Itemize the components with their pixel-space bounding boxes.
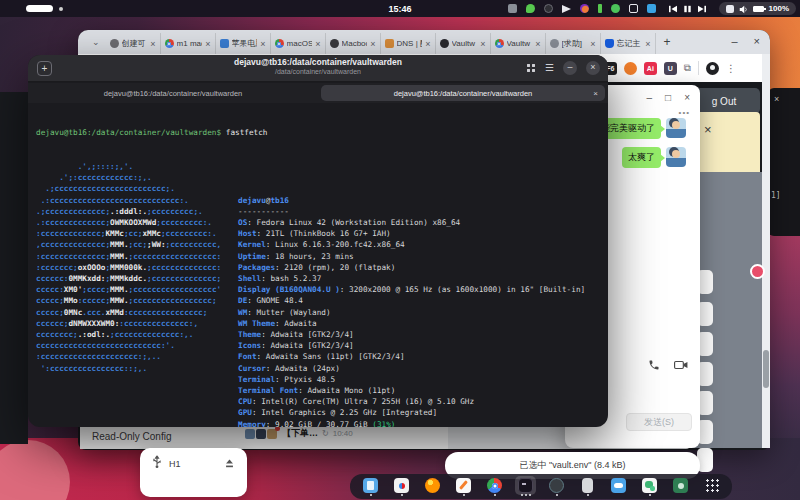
dock-item-device[interactable]	[579, 476, 596, 497]
browser-tab[interactable]: [求助]×	[546, 33, 601, 54]
minimize-button[interactable]: –	[563, 61, 577, 75]
extension-icon[interactable]: Ai	[644, 62, 657, 75]
browser-tab[interactable]: macOS×	[271, 33, 326, 54]
browser-menu-icon[interactable]: ⋮	[726, 63, 736, 74]
terminal-tab[interactable]: dejavu@tb16:/data/container/vaultwarden×	[321, 85, 605, 101]
browser-tab[interactable]: m1 mac×	[161, 33, 216, 54]
telegram-icon[interactable]	[562, 5, 571, 13]
ascii-line: cccccc:0MMKxdd:;MMMkddc.;cccccccccccccc;	[36, 273, 221, 284]
tab-close-icon[interactable]: ×	[150, 39, 155, 49]
appgrid-icon	[705, 478, 719, 492]
dock-item-darkapp[interactable]	[548, 476, 565, 497]
close-button[interactable]: ×	[586, 61, 600, 75]
fastfetch-info-line: WM Theme: Adwaita	[238, 318, 606, 329]
maximize-button[interactable]: □	[665, 92, 671, 103]
extensions-puzzle-icon[interactable]: ⧉	[684, 62, 691, 74]
video-call-icon[interactable]	[674, 357, 688, 375]
site-amber-favicon	[385, 39, 394, 48]
minimize-button[interactable]: –	[647, 92, 653, 103]
extension-icon[interactable]: U	[664, 62, 677, 75]
fastfetch-info-line: OS: Fedora Linux 42 (Workstation Edition…	[238, 217, 606, 228]
toast-close-icon[interactable]: ×	[704, 122, 712, 137]
tab-close-icon[interactable]: ×	[260, 39, 265, 49]
terminal-tab[interactable]: dejavu@tb16:/data/container/vaultwarden	[31, 85, 315, 101]
tab-overview-icon[interactable]	[526, 63, 536, 73]
tab-label: 创建可	[122, 38, 148, 49]
browser-tab[interactable]: Vaultw×	[436, 33, 491, 54]
close-button[interactable]: ×	[684, 92, 690, 103]
chat-preview[interactable]: 【下单… ↻ 10:40	[245, 427, 353, 440]
green-bar-icon[interactable]	[598, 4, 602, 13]
dock-item-appgrid[interactable]	[703, 476, 720, 497]
voice-call-icon[interactable]	[648, 357, 660, 375]
dock-item-firefox[interactable]	[424, 476, 441, 497]
tab-label: Vaultw	[452, 39, 478, 48]
chat-preview-label: 【下单…	[282, 427, 318, 440]
send-button[interactable]: 发送(S)	[626, 413, 692, 431]
tab-close-icon[interactable]: ×	[315, 39, 320, 49]
chrome-favicon	[275, 39, 284, 48]
close-icon[interactable]: ×	[774, 94, 779, 104]
wechat-message: 能完美驱动了	[595, 118, 686, 139]
chat-more-icon[interactable]: •••	[679, 108, 690, 117]
eject-icon[interactable]	[224, 455, 235, 473]
page-scrollbar[interactable]	[762, 54, 770, 448]
pause-icon[interactable]	[684, 5, 691, 13]
browser-tab[interactable]: 忘记主×	[601, 33, 656, 54]
browser-tab[interactable]: 创建可×	[106, 33, 161, 54]
next-track-icon[interactable]	[698, 5, 706, 13]
battery-icon	[753, 6, 764, 12]
dock-item-chrome[interactable]	[486, 476, 503, 497]
tab-close-icon[interactable]: ×	[425, 39, 430, 49]
ascii-line: .:ccccccccccccc;OWMKOOXMWd;ccccccccc:.	[36, 217, 221, 228]
tab-close-icon[interactable]: ×	[535, 39, 540, 49]
green-app-icon[interactable]	[526, 4, 535, 13]
bitwarden-favicon	[605, 39, 614, 48]
input-method-icon	[726, 5, 734, 13]
dark-app-icon[interactable]	[544, 4, 553, 13]
browser-tab[interactable]: DNS | 配×	[381, 33, 436, 54]
dock-item-greencam[interactable]	[672, 476, 689, 497]
browser-tab[interactable]: 苹果电脑×	[216, 33, 271, 54]
software-icon	[394, 478, 409, 493]
dock-item-files[interactable]	[362, 476, 379, 497]
tab-close-icon[interactable]: ×	[593, 89, 598, 98]
dock-item-wechat[interactable]	[641, 476, 658, 497]
background-window-left-edge	[0, 92, 28, 444]
media-controls	[669, 5, 706, 13]
green-dot-icon[interactable]	[611, 4, 620, 13]
tab-close-icon[interactable]: ×	[480, 39, 485, 49]
scrollbar-handle[interactable]	[763, 350, 769, 388]
browser-tab[interactable]: Macboo×	[326, 33, 381, 54]
minimize-button[interactable]: –	[731, 34, 737, 48]
dock-item-software[interactable]	[393, 476, 410, 497]
extension-icon[interactable]	[624, 62, 637, 75]
ascii-line: :ccccccccccccc;KMMc;cc;xMMc;ccccccccc:.	[36, 228, 221, 239]
browser-window-controls: – ×	[731, 34, 760, 48]
cloud-icon	[611, 478, 626, 493]
fastfetch-info-line: Kernel: Linux 6.16.3-200.fc42.x86_64	[238, 239, 606, 250]
terminal-window: + dejavu@tb16:/data/container/vaultwarde…	[28, 55, 608, 427]
previous-track-icon[interactable]	[669, 5, 677, 13]
tab-close-icon[interactable]: ×	[205, 39, 210, 49]
tab-close-icon[interactable]: ×	[590, 39, 595, 49]
gradient-app-icon[interactable]	[580, 4, 589, 13]
page-toast: ×	[696, 112, 760, 176]
ascii-line: ':cccccccccccccccc::;,.	[36, 363, 221, 374]
profile-avatar[interactable]	[706, 62, 719, 75]
dock-item-editor[interactable]	[455, 476, 472, 497]
tab-search-chevron-icon[interactable]: ⌄	[92, 37, 100, 47]
blue-app-icon[interactable]	[647, 4, 656, 13]
fastfetch-info-line: GPU: Intel Graphics @ 2.25 GHz [Integrat…	[238, 407, 606, 418]
dock-item-cloud[interactable]	[610, 476, 627, 497]
close-button[interactable]: ×	[754, 34, 760, 48]
clipboard-icon[interactable]	[629, 4, 638, 13]
tab-close-icon[interactable]: ×	[645, 39, 650, 49]
new-tab-button[interactable]: +	[664, 35, 671, 49]
menu-icon[interactable]: ☰	[545, 63, 554, 73]
browser-tab[interactable]: Vaultw×	[491, 33, 546, 54]
tab-close-icon[interactable]: ×	[370, 39, 375, 49]
dock-item-terminal[interactable]	[517, 476, 534, 497]
system-menu[interactable]: 100%	[719, 2, 796, 15]
keyboard-indicator-icon[interactable]	[508, 4, 517, 13]
